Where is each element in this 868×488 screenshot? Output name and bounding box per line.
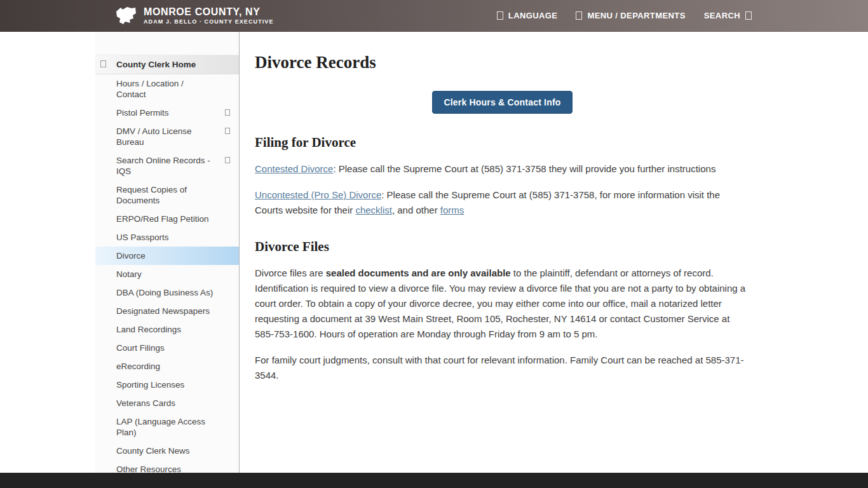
document-icon [100,60,106,67]
body-paragraph: Divorce files are sealed documents and a… [255,266,750,342]
main-content: Divorce Records Clerk Hours & Contact In… [255,32,750,383]
sidebar-item-lap-language-access-plan[interactable]: LAP (Language Access Plan) [95,412,239,442]
monroe-county-logo-icon [114,6,137,26]
text-segment: , and other [392,205,440,215]
top-navigation: LANGUAGEMENU / DEPARTMENTSSEARCH [497,11,752,20]
sidebar-item-label: US Passports [116,233,169,242]
body-paragraph: Uncontested (Pro Se) Divorce: Please cal… [255,187,750,218]
sidebar-item-label: County Clerk Home [116,60,196,69]
bold-text: sealed documents and are only available [326,268,511,278]
county-title: MONROE COUNTY, NY [144,6,274,18]
body-paragraph: For family court judgments, consult with… [255,353,750,383]
sidebar-item-label: Search Online Records - IQS [116,156,210,176]
sidebar-item-label: Pistol Permits [116,108,169,118]
sidebar-item-search-online-records-iqs[interactable]: Search Online Records - IQS [95,151,239,180]
sidebar-item-designated-newspapers[interactable]: Designated Newspapers [95,302,239,320]
sidebar-item-label: eRecording [116,362,160,371]
expand-icon[interactable] [225,157,230,163]
search-icon [745,11,752,20]
sidebar-item-county-clerk-news[interactable]: County Clerk News [95,442,239,460]
topnav-label: SEARCH [704,11,740,20]
sidebar-item-label: DMV / Auto License Bureau [116,126,192,147]
sidebar-item-us-passports[interactable]: US Passports [95,228,239,247]
sidebar-item-label: County Clerk News [116,446,190,456]
sidebar-item-label: Hours / Location / Contact [116,79,184,99]
sidebar-item-land-recordings[interactable]: Land Recordings [95,320,239,339]
button-row: Clerk Hours & Contact Info [255,91,750,114]
clerk-hours-contact-button[interactable]: Clerk Hours & Contact Info [432,91,572,114]
expand-icon[interactable] [225,109,230,116]
sidebar-item-erpo-red-flag-petition[interactable]: ERPO/Red Flag Petition [95,210,239,228]
sidebar-item-hours-location-contact[interactable]: Hours / Location / Contact [95,74,239,104]
sidebar-item-divorce[interactable]: Divorce [95,247,239,265]
sidebar-item-label: Land Recordings [116,325,181,334]
sidebar-item-label: Sporting Licenses [116,380,184,390]
menu-icon [576,11,582,20]
page-footer-bar [0,473,868,488]
expand-icon[interactable] [225,128,230,134]
sidebar-item-label: Request Copies of Documents [116,185,187,205]
sidebar-item-label: DBA (Doing Business As) [116,288,213,297]
inline-link-uncontested-pro-se-divorce[interactable]: Uncontested (Pro Se) Divorce [255,189,381,200]
inline-link-forms[interactable]: forms [440,205,465,215]
section-heading-divorce-files: Divorce Files [255,239,750,255]
sidebar-item-sporting-licenses[interactable]: Sporting Licenses [95,376,239,394]
county-subtitle: ADAM J. BELLO · COUNTY EXECUTIVE [144,18,274,25]
sidebar-item-dba-doing-business-as[interactable]: DBA (Doing Business As) [95,283,239,302]
body-paragraph: Contested Divorce: Please call the Supre… [255,161,750,177]
text-segment: Divorce files are [255,268,326,278]
brand-text: MONROE COUNTY, NY ADAM J. BELLO · COUNTY… [144,6,274,25]
text-segment: For family court judgments, consult with… [255,355,744,381]
sidebar-item-label: Divorce [116,251,146,261]
sidebar-item-label: ERPO/Red Flag Petition [116,214,209,224]
sidebar-item-notary[interactable]: Notary [95,265,239,283]
topnav-search[interactable]: SEARCH [704,11,752,20]
inline-link-checklist[interactable]: checklist [355,205,392,215]
sidebar-item-court-filings[interactable]: Court Filings [95,339,239,357]
sidebar-item-pistol-permits[interactable]: Pistol Permits [95,104,239,122]
sidebar-item-label: Court Filings [116,343,165,353]
inline-link-contested-divorce[interactable]: Contested Divorce [255,163,333,174]
sidebar-item-request-copies-of-documents[interactable]: Request Copies of Documents [95,180,239,210]
section-heading-filing-for-divorce: Filing for Divorce [255,135,750,151]
content-sections: Filing for DivorceContested Divorce: Ple… [255,135,750,383]
sidebar-item-label: Notary [116,269,142,279]
sidebar-item-label: Veterans Cards [116,398,175,408]
county-clerk-sidebar: County Clerk HomeHours / Location / Cont… [95,32,240,473]
sidebar-item-dmv-auto-license-bureau[interactable]: DMV / Auto License Bureau [95,122,239,151]
top-header-bar: MONROE COUNTY, NY ADAM J. BELLO · COUNTY… [0,0,868,32]
topnav-language[interactable]: LANGUAGE [497,11,558,20]
topnav-label: LANGUAGE [508,11,558,20]
text-segment: : Please call the Supreme Court at (585)… [333,163,715,174]
sidebar-item-erecording[interactable]: eRecording [95,357,239,376]
page-title: Divorce Records [255,53,750,72]
sidebar-item-label: Designated Newspapers [116,306,210,316]
sidebar-item-label: LAP (Language Access Plan) [116,417,205,437]
globe-icon [497,11,503,20]
topnav-label: MENU / DEPARTMENTS [587,11,685,20]
topnav-menu-departments[interactable]: MENU / DEPARTMENTS [576,11,685,20]
county-brand[interactable]: MONROE COUNTY, NY ADAM J. BELLO · COUNTY… [114,6,274,26]
sidebar-item-county-clerk-home[interactable]: County Clerk Home [95,55,239,74]
sidebar-item-veterans-cards[interactable]: Veterans Cards [95,394,239,412]
